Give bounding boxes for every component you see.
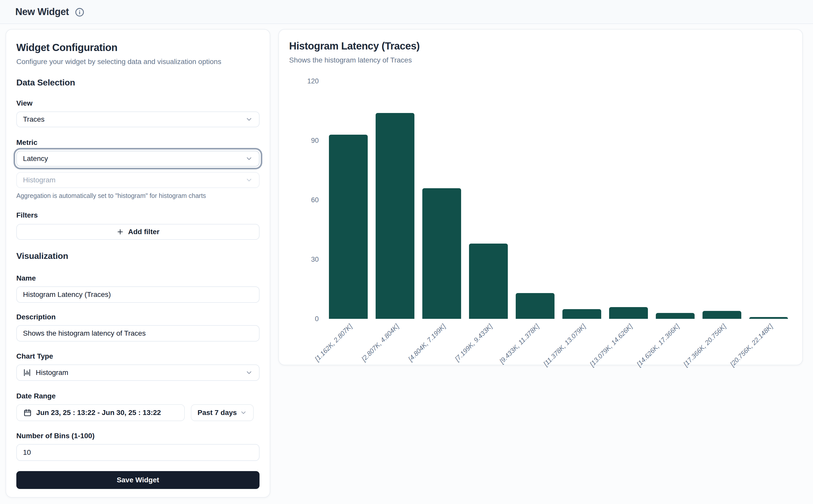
chart-type-select-value: Histogram [36, 369, 68, 377]
bins-input[interactable] [16, 444, 259, 461]
app-header: New Widget [0, 0, 813, 24]
chart-type-label: Chart Type [16, 352, 259, 360]
description-label: Description [16, 313, 259, 321]
date-preset-value: Past 7 days [197, 409, 237, 417]
histogram-bar[interactable] [422, 188, 461, 319]
histogram-bar-slot [418, 81, 465, 319]
histogram-bar[interactable] [329, 135, 368, 319]
date-preset-button[interactable]: Past 7 days [191, 404, 254, 421]
histogram-bar-slot [465, 81, 512, 319]
description-input[interactable] [16, 325, 259, 342]
page-title: New Widget [15, 6, 69, 17]
date-range-value: Jun 23, 25 : 13:22 - Jun 30, 25 : 13:22 [36, 409, 161, 417]
x-axis-label: [1.162K, 2.807K] [313, 322, 354, 363]
chevron-down-icon [245, 369, 253, 376]
view-label: View [16, 99, 259, 107]
filters-label: Filters [16, 211, 259, 219]
name-label: Name [16, 274, 259, 282]
chevron-down-icon [245, 176, 253, 184]
histogram-bar[interactable] [375, 113, 415, 319]
histogram-bar[interactable] [469, 244, 508, 319]
histogram-bar[interactable] [563, 309, 601, 319]
visualization-heading: Visualization [16, 251, 259, 261]
histogram-chart: 0306090120 [1.162K, 2.807K][2.807K, 4.80… [294, 81, 792, 370]
chart-title: Histogram Latency (Traces) [289, 40, 792, 52]
view-select-value: Traces [23, 115, 245, 123]
y-axis-tick: 30 [311, 256, 319, 263]
calendar-icon [23, 409, 32, 417]
histogram-bar-slot [558, 81, 605, 319]
histogram-bar[interactable] [609, 307, 648, 319]
save-widget-button[interactable]: Save Widget [16, 471, 259, 489]
aggregation-select: Histogram [16, 172, 259, 188]
y-axis: 0306090120 [294, 81, 319, 319]
x-axis-label-slot: [4.804K, 7.199K] [418, 319, 465, 370]
chart-type-select[interactable]: Histogram [16, 364, 259, 381]
histogram-plot: 0306090120 [325, 81, 792, 319]
y-axis-tick: 120 [307, 77, 319, 85]
histogram-bar-slot [652, 81, 699, 319]
metric-select-value: Latency [23, 155, 245, 163]
config-subtitle: Configure your widget by selecting data … [16, 57, 259, 66]
histogram-bar[interactable] [749, 317, 788, 319]
x-axis-label-slot: [1.162K, 2.807K] [325, 319, 371, 370]
aggregation-helper-text: Aggregation is automatically set to "his… [16, 192, 259, 199]
chart-type-value-wrap: Histogram [23, 369, 68, 377]
histogram-bar-slot [371, 81, 418, 319]
histogram-bar-slot [699, 81, 745, 319]
data-selection-heading: Data Selection [16, 78, 259, 87]
add-filter-button[interactable]: Add filter [16, 224, 259, 240]
plus-icon [116, 228, 124, 236]
histogram-bar[interactable] [516, 293, 555, 319]
histogram-bar-slot [745, 81, 792, 319]
histogram-bar-slot [605, 81, 652, 319]
aggregation-select-value: Histogram [23, 176, 245, 184]
metric-select[interactable]: Latency [16, 151, 259, 167]
histogram-bar-slot [512, 81, 558, 319]
chevron-down-icon [240, 409, 247, 416]
y-axis-tick: 60 [311, 196, 319, 204]
chevron-down-icon [245, 155, 253, 162]
add-filter-label: Add filter [128, 228, 159, 236]
bins-label: Number of Bins (1-100) [16, 432, 259, 440]
x-axis-label-slot: [2.807K, 4.804K] [371, 319, 418, 370]
y-axis-tick: 0 [315, 315, 319, 323]
widget-configuration-panel: Widget Configuration Configure your widg… [6, 29, 270, 498]
y-axis-tick: 90 [311, 137, 319, 145]
x-axis-labels: [1.162K, 2.807K][2.807K, 4.804K][4.804K,… [325, 319, 792, 370]
chevron-down-icon [245, 116, 253, 123]
date-range-button[interactable]: Jun 23, 25 : 13:22 - Jun 30, 25 : 13:22 [16, 404, 185, 421]
info-icon[interactable] [74, 7, 85, 17]
metric-label: Metric [16, 138, 259, 147]
chart-subtitle: Shows the histogram latency of Traces [289, 56, 792, 65]
histogram-bar-slot [325, 81, 371, 319]
histogram-bar[interactable] [703, 311, 741, 319]
name-input[interactable] [16, 286, 259, 303]
config-title: Widget Configuration [16, 41, 259, 54]
date-range-label: Date Range [16, 392, 259, 400]
histogram-chart-icon [23, 369, 31, 377]
widget-preview-panel: Histogram Latency (Traces) Shows the his… [278, 29, 803, 365]
x-axis-label-slot: [20.756K, 22.148K] [745, 319, 792, 370]
histogram-bar[interactable] [656, 313, 695, 319]
view-select[interactable]: Traces [16, 111, 259, 127]
